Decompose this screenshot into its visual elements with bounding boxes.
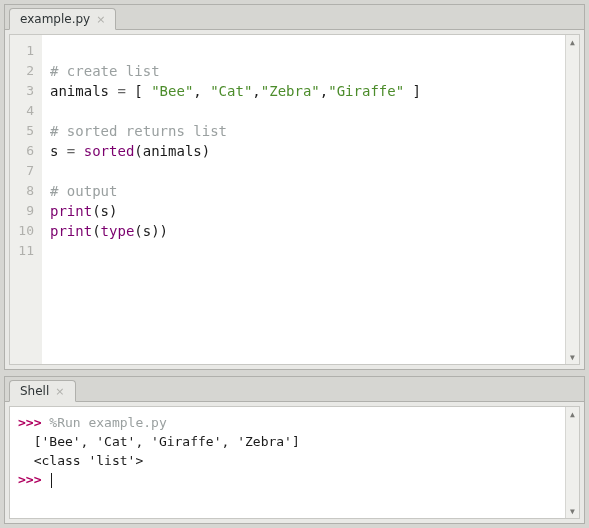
line-number-gutter: 1234567891011	[10, 35, 42, 364]
shell-scrollbar[interactable]: ▲ ▼	[565, 407, 579, 518]
editor-tab-label: example.py	[20, 12, 90, 26]
line-number: 9	[16, 201, 34, 221]
line-number: 6	[16, 141, 34, 161]
shell-content-wrap: >>> %Run example.py ['Bee', 'Cat', 'Gira…	[5, 401, 584, 523]
cursor-icon	[51, 473, 52, 488]
scroll-down-icon[interactable]: ▼	[566, 350, 579, 364]
line-number: 1	[16, 41, 34, 61]
editor-content-wrap: 1234567891011 # create listanimals = [ "…	[5, 29, 584, 369]
line-number: 2	[16, 61, 34, 81]
editor-tab-bar: example.py ×	[5, 5, 584, 29]
code-line: # sorted returns list	[50, 121, 557, 141]
code-line	[50, 161, 557, 181]
scroll-down-icon[interactable]: ▼	[566, 504, 579, 518]
code-line: s = sorted(animals)	[50, 141, 557, 161]
code-line: # create list	[50, 61, 557, 81]
editor-tab[interactable]: example.py ×	[9, 8, 116, 30]
shell-output-line: <class 'list'>	[18, 451, 557, 470]
code-line	[50, 101, 557, 121]
scroll-up-icon[interactable]: ▲	[566, 35, 579, 49]
close-icon[interactable]: ×	[53, 385, 66, 398]
line-number: 11	[16, 241, 34, 261]
code-line	[50, 241, 557, 261]
code-line: # output	[50, 181, 557, 201]
code-line: print(s)	[50, 201, 557, 221]
close-icon[interactable]: ×	[94, 13, 107, 26]
shell-tab-label: Shell	[20, 384, 49, 398]
line-number: 8	[16, 181, 34, 201]
shell-panel: Shell × >>> %Run example.py ['Bee', 'Cat…	[4, 376, 585, 524]
shell-tab-bar: Shell ×	[5, 377, 584, 401]
line-number: 10	[16, 221, 34, 241]
shell-line: >>> %Run example.py	[18, 413, 557, 432]
line-number: 3	[16, 81, 34, 101]
editor-content: 1234567891011 # create listanimals = [ "…	[9, 34, 580, 365]
shell-content: >>> %Run example.py ['Bee', 'Cat', 'Gira…	[9, 406, 580, 519]
code-line	[50, 41, 557, 61]
shell-line: >>>	[18, 470, 557, 489]
shell-prompt: >>>	[18, 415, 49, 430]
code-line: print(type(s))	[50, 221, 557, 241]
shell-terminal[interactable]: >>> %Run example.py ['Bee', 'Cat', 'Gira…	[10, 407, 565, 518]
line-number: 4	[16, 101, 34, 121]
editor-panel: example.py × 1234567891011 # create list…	[4, 4, 585, 370]
code-editor[interactable]: # create listanimals = [ "Bee", "Cat","Z…	[42, 35, 565, 364]
shell-run-command: %Run example.py	[49, 415, 166, 430]
shell-prompt: >>>	[18, 472, 49, 487]
code-line: animals = [ "Bee", "Cat","Zebra","Giraff…	[50, 81, 557, 101]
shell-output-line: ['Bee', 'Cat', 'Giraffe', 'Zebra']	[18, 432, 557, 451]
line-number: 5	[16, 121, 34, 141]
scroll-up-icon[interactable]: ▲	[566, 407, 579, 421]
line-number: 7	[16, 161, 34, 181]
shell-tab[interactable]: Shell ×	[9, 380, 76, 402]
editor-scrollbar[interactable]: ▲ ▼	[565, 35, 579, 364]
